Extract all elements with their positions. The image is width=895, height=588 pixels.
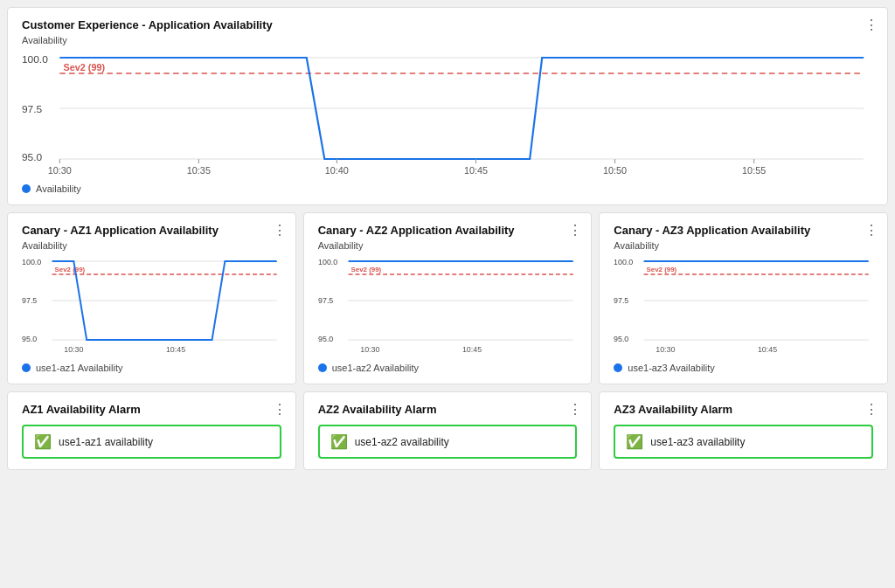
svg-text:10:30: 10:30 [48,166,72,176]
svg-text:Sev2 (99): Sev2 (99) [55,266,86,273]
svg-text:10:30: 10:30 [64,345,83,354]
svg-text:10:45: 10:45 [758,345,777,354]
az2-y-label: Availability [318,240,578,251]
main-card-title: Customer Experience - Application Availa… [22,18,873,31]
svg-text:95.0: 95.0 [22,335,37,343]
svg-text:Sev2 (99): Sev2 (99) [64,63,105,73]
az1-menu[interactable]: ⋮ [273,222,287,239]
az1-legend: use1-az1 Availability [22,363,281,373]
az1-title: Canary - AZ1 Application Availability [22,224,281,237]
svg-text:97.5: 97.5 [318,296,333,305]
main-chart: 100.0 97.5 95.0 Sev2 (99) 10: [22,47,873,178]
az3-alarm-item[interactable]: ✅ use1-az3 availability [614,425,873,459]
az3-legend-label: use1-az3 Availability [628,363,714,373]
az2-alarm-card: AZ2 Availability Alarm ⋮ ✅ use1-az2 avai… [303,391,593,470]
az1-chart: 100.0 97.5 95.0 Sev2 (99) 10:30 10:45 [22,252,281,357]
svg-text:10:30: 10:30 [656,345,676,354]
svg-text:10:55: 10:55 [742,166,766,176]
az3-alarm-text: use1-az3 availability [650,436,745,448]
az1-alarm-ok-icon: ✅ [34,433,52,450]
svg-text:Sev2 (99): Sev2 (99) [647,266,677,273]
svg-text:97.5: 97.5 [22,104,42,114]
az3-alarm-card: AZ3 Availability Alarm ⋮ ✅ use1-az3 avai… [599,391,888,470]
main-card-menu[interactable]: ⋮ [864,17,878,33]
az3-y-label: Availability [614,240,873,251]
az2-menu[interactable]: ⋮ [568,222,582,239]
svg-text:100.0: 100.0 [614,258,633,266]
az3-alarm-title: AZ3 Availability Alarm [614,403,873,416]
az3-menu[interactable]: ⋮ [864,222,878,239]
az1-legend-dot [22,363,31,372]
az3-title: Canary - AZ3 Application Availability [614,224,873,237]
svg-text:10:45: 10:45 [464,166,488,176]
az1-alarm-title: AZ1 Availability Alarm [22,403,281,416]
svg-text:10:40: 10:40 [325,166,349,176]
az3-card: Canary - AZ3 Application Availability ⋮ … [599,212,888,384]
svg-text:100.0: 100.0 [22,54,48,65]
az2-alarm-item[interactable]: ✅ use1-az2 availability [318,425,578,459]
main-y-label: Availability [22,35,873,45]
az2-legend-label: use1-az2 Availability [332,363,419,373]
main-legend-dot [22,184,31,193]
svg-text:100.0: 100.0 [22,258,41,266]
svg-text:10:50: 10:50 [603,166,627,176]
az1-legend-label: use1-az1 Availability [36,363,122,373]
az1-alarm-menu[interactable]: ⋮ [273,401,287,418]
svg-text:97.5: 97.5 [614,296,628,305]
main-legend-label: Availability [36,183,81,194]
az1-y-label: Availability [22,240,281,251]
az3-legend: use1-az3 Availability [614,363,873,373]
az2-card: Canary - AZ2 Application Availability ⋮ … [303,212,593,384]
svg-text:95.0: 95.0 [22,152,42,163]
main-card: Customer Experience - Application Availa… [7,7,888,205]
az2-title: Canary - AZ2 Application Availability [318,224,578,237]
alarm-cards-row: AZ1 Availability Alarm ⋮ ✅ use1-az1 avai… [7,391,888,470]
svg-text:95.0: 95.0 [614,335,628,343]
az2-alarm-ok-icon: ✅ [330,433,348,450]
svg-text:10:30: 10:30 [360,345,379,354]
svg-text:100.0: 100.0 [318,258,337,266]
az3-chart: 100.0 97.5 95.0 Sev2 (99) 10:30 10:45 [614,252,873,357]
az-cards-row: Canary - AZ1 Application Availability ⋮ … [7,212,888,384]
az2-alarm-text: use1-az2 availability [355,436,449,448]
az1-alarm-text: use1-az1 availability [59,436,153,448]
az2-legend: use1-az2 Availability [318,363,578,373]
az3-alarm-menu[interactable]: ⋮ [864,401,878,418]
svg-text:10:45: 10:45 [166,345,185,354]
az2-alarm-menu[interactable]: ⋮ [568,401,582,418]
svg-text:Sev2 (99): Sev2 (99) [350,266,381,273]
svg-text:95.0: 95.0 [318,335,333,343]
main-legend: Availability [22,183,873,194]
svg-text:10:35: 10:35 [187,166,211,176]
az2-alarm-title: AZ2 Availability Alarm [318,403,578,416]
az1-alarm-card: AZ1 Availability Alarm ⋮ ✅ use1-az1 avai… [7,391,296,470]
svg-text:10:45: 10:45 [462,345,482,354]
az1-card: Canary - AZ1 Application Availability ⋮ … [7,212,296,384]
az3-legend-dot [614,363,622,372]
dashboard: Customer Experience - Application Availa… [7,7,888,470]
az2-legend-dot [318,363,327,372]
az3-alarm-ok-icon: ✅ [626,433,643,450]
svg-text:97.5: 97.5 [22,296,37,305]
az2-chart: 100.0 97.5 95.0 Sev2 (99) 10:30 10:45 [318,252,578,357]
az1-alarm-item[interactable]: ✅ use1-az1 availability [22,425,281,459]
